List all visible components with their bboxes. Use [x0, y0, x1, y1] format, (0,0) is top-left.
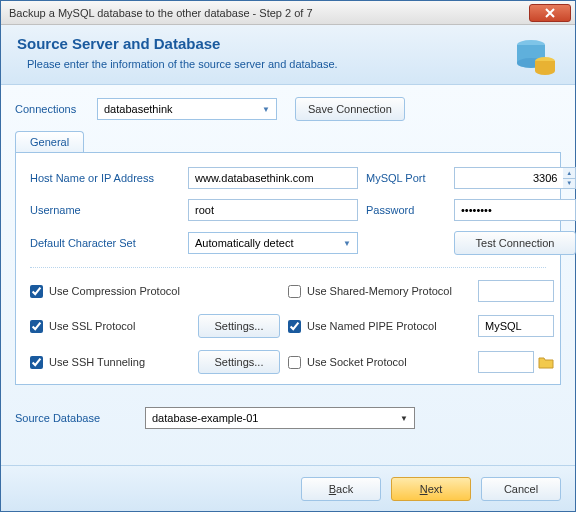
chevron-down-icon: ▼ [398, 412, 410, 424]
chevron-down-icon: ▼ [260, 103, 272, 115]
port-wrapper: ▲ ▼ [454, 167, 576, 189]
page-subtitle: Please enter the information of the sour… [27, 58, 559, 70]
socket-checkbox[interactable]: Use Socket Protocol [288, 356, 478, 369]
host-label: Host Name or IP Address [30, 172, 180, 184]
folder-icon [538, 355, 554, 369]
source-database-row: Source Database database-example-01 ▼ [15, 407, 561, 429]
general-panel: Host Name or IP Address MySQL Port ▲ ▼ U… [15, 152, 561, 385]
shared-memory-input[interactable] [478, 280, 554, 302]
database-icon [511, 31, 559, 79]
port-label: MySQL Port [366, 172, 446, 184]
chevron-down-icon: ▼ [341, 237, 353, 249]
port-input[interactable] [454, 167, 563, 189]
socket-input[interactable] [478, 351, 534, 373]
ssh-settings-button[interactable]: Settings... [198, 350, 280, 374]
named-pipe-checkbox[interactable]: Use Named PIPE Protocol [288, 320, 478, 333]
close-icon [545, 8, 555, 18]
ssl-settings-button[interactable]: Settings... [198, 314, 280, 338]
charset-selected: Automatically detect [195, 237, 293, 249]
connections-dropdown[interactable]: databasethink ▼ [97, 98, 277, 120]
wizard-window: Backup a MySQL database to the other dat… [0, 0, 576, 512]
save-connection-button[interactable]: Save Connection [295, 97, 405, 121]
password-input[interactable] [454, 199, 576, 221]
port-spinner[interactable]: ▲ ▼ [563, 167, 576, 189]
shared-memory-checkbox[interactable]: Use Shared-Memory Protocol [288, 285, 478, 298]
source-database-dropdown[interactable]: database-example-01 ▼ [145, 407, 415, 429]
charset-dropdown[interactable]: Automatically detect ▼ [188, 232, 358, 254]
window-title: Backup a MySQL database to the other dat… [9, 7, 529, 19]
connections-row: Connections databasethink ▼ Save Connect… [15, 97, 561, 121]
named-pipe-input[interactable] [478, 315, 554, 337]
connections-label: Connections [15, 103, 97, 115]
cancel-button[interactable]: Cancel [481, 477, 561, 501]
page-title: Source Server and Database [17, 35, 559, 52]
username-label: Username [30, 204, 180, 216]
host-input[interactable] [188, 167, 358, 189]
ssl-checkbox[interactable]: Use SSL Protocol [30, 320, 198, 333]
wizard-body: Connections databasethink ▼ Save Connect… [1, 85, 575, 479]
wizard-header: Source Server and Database Please enter … [1, 25, 575, 85]
folder-browse-button[interactable] [538, 355, 554, 369]
compression-checkbox[interactable]: Use Compression Protocol [30, 285, 198, 298]
protocol-options: Use Compression Protocol Use Shared-Memo… [30, 280, 546, 374]
wizard-footer: Back Next Cancel [1, 465, 575, 511]
tab-general[interactable]: General [15, 131, 84, 152]
titlebar: Backup a MySQL database to the other dat… [1, 1, 575, 25]
source-database-selected: database-example-01 [152, 412, 258, 424]
spin-up-icon[interactable]: ▲ [563, 168, 575, 179]
tab-strip: General [15, 131, 561, 152]
charset-label: Default Character Set [30, 237, 180, 249]
spin-down-icon[interactable]: ▼ [563, 179, 575, 189]
close-button[interactable] [529, 4, 571, 22]
divider [30, 267, 546, 268]
connections-selected: databasethink [104, 103, 173, 115]
next-button[interactable]: Next [391, 477, 471, 501]
back-button[interactable]: Back [301, 477, 381, 501]
test-connection-button[interactable]: Test Connection [454, 231, 576, 255]
source-database-label: Source Database [15, 412, 145, 424]
connection-form: Host Name or IP Address MySQL Port ▲ ▼ U… [30, 167, 546, 255]
ssh-checkbox[interactable]: Use SSH Tunneling [30, 356, 198, 369]
password-label: Password [366, 204, 446, 216]
username-input[interactable] [188, 199, 358, 221]
socket-input-wrap [478, 351, 554, 373]
